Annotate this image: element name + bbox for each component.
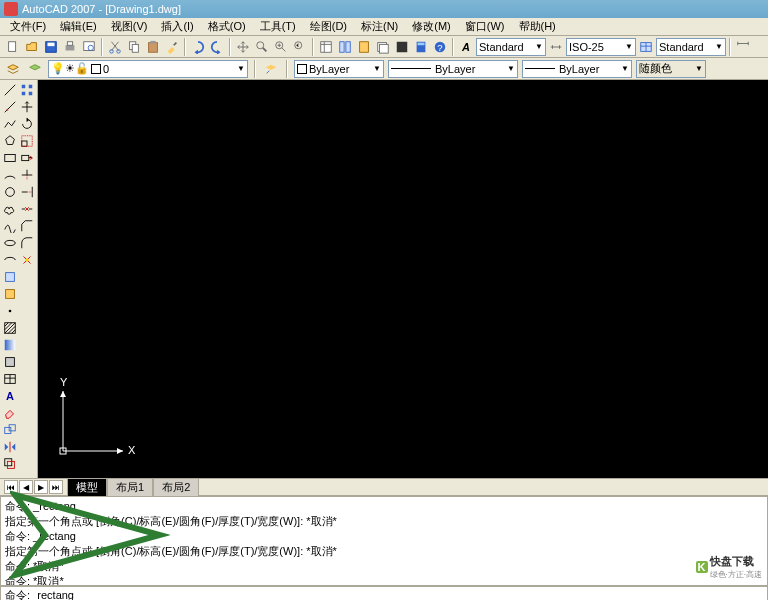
svg-text:Y: Y bbox=[60, 376, 68, 388]
copy-icon[interactable] bbox=[125, 38, 143, 56]
dimension-icon[interactable] bbox=[734, 38, 752, 56]
spline-icon[interactable] bbox=[2, 218, 18, 234]
menu-format[interactable]: 格式(O) bbox=[202, 18, 252, 35]
menu-insert[interactable]: 插入(I) bbox=[155, 18, 199, 35]
design-center-icon[interactable] bbox=[336, 38, 354, 56]
menu-draw[interactable]: 绘图(D) bbox=[304, 18, 353, 35]
menu-tools[interactable]: 工具(T) bbox=[254, 18, 302, 35]
paste-icon[interactable] bbox=[144, 38, 162, 56]
table-style-dropdown[interactable]: Standard▼ bbox=[656, 38, 726, 56]
layer-states-icon[interactable] bbox=[26, 60, 44, 78]
lineweight-dropdown[interactable]: ByLayer▼ bbox=[522, 60, 632, 78]
match-properties-icon[interactable] bbox=[163, 38, 181, 56]
ellipse-icon[interactable] bbox=[2, 235, 18, 251]
dim-style-dropdown[interactable]: ISO-25▼ bbox=[566, 38, 636, 56]
plotstyle-dropdown[interactable]: 随颜色▼ bbox=[636, 60, 706, 78]
cut-icon[interactable] bbox=[106, 38, 124, 56]
command-input[interactable]: 命令: rectang bbox=[0, 586, 768, 600]
tab-layout2[interactable]: 布局2 bbox=[153, 478, 199, 496]
gradient-icon[interactable] bbox=[2, 337, 18, 353]
menu-modify[interactable]: 修改(M) bbox=[406, 18, 457, 35]
tab-first-icon[interactable]: ⏮ bbox=[4, 480, 18, 494]
insert-block-icon[interactable] bbox=[2, 269, 18, 285]
window-title: AutoCAD 2007 - [Drawing1.dwg] bbox=[22, 3, 181, 15]
hatch-icon[interactable] bbox=[2, 320, 18, 336]
table-style-icon[interactable] bbox=[637, 38, 655, 56]
menu-edit[interactable]: 编辑(E) bbox=[54, 18, 103, 35]
svg-rect-45 bbox=[22, 92, 26, 96]
array-icon[interactable] bbox=[19, 82, 35, 98]
zoom-window-icon[interactable] bbox=[272, 38, 290, 56]
menu-view[interactable]: 视图(V) bbox=[105, 18, 154, 35]
print-icon[interactable] bbox=[61, 38, 79, 56]
layer-dropdown[interactable]: 💡 ☀ 🔓 0▼ bbox=[48, 60, 248, 78]
svg-rect-19 bbox=[360, 41, 369, 52]
layer-properties-icon[interactable] bbox=[4, 60, 22, 78]
text-style-icon[interactable]: A bbox=[457, 38, 475, 56]
stretch-icon[interactable] bbox=[19, 150, 35, 166]
move-icon[interactable] bbox=[19, 99, 35, 115]
line-icon[interactable] bbox=[2, 82, 18, 98]
dim-style-icon[interactable] bbox=[547, 38, 565, 56]
extend-icon[interactable] bbox=[19, 184, 35, 200]
drawing-viewport[interactable]: X Y bbox=[38, 80, 768, 478]
tab-next-icon[interactable]: ▶ bbox=[34, 480, 48, 494]
plot-preview-icon[interactable] bbox=[80, 38, 98, 56]
menu-file[interactable]: 文件(F) bbox=[4, 18, 52, 35]
new-icon[interactable] bbox=[4, 38, 22, 56]
command-history[interactable]: 命令: _rectang 指定第一个角点或 [倒角(C)/标高(E)/圆角(F)… bbox=[0, 496, 768, 586]
erase-icon[interactable] bbox=[2, 405, 18, 421]
circle-icon[interactable] bbox=[2, 184, 18, 200]
tab-layout1[interactable]: 布局1 bbox=[107, 478, 153, 496]
explode-icon[interactable] bbox=[19, 252, 35, 268]
sheet-set-icon[interactable] bbox=[374, 38, 392, 56]
svg-rect-4 bbox=[67, 41, 72, 45]
zoom-realtime-icon[interactable] bbox=[253, 38, 271, 56]
break-icon[interactable] bbox=[19, 201, 35, 217]
linetype-dropdown[interactable]: ByLayer▼ bbox=[388, 60, 518, 78]
xline-icon[interactable] bbox=[2, 99, 18, 115]
chamfer-icon[interactable] bbox=[19, 218, 35, 234]
region-icon[interactable] bbox=[2, 354, 18, 370]
rotate-icon[interactable] bbox=[19, 116, 35, 132]
offset-icon[interactable] bbox=[2, 456, 18, 472]
mirror-icon[interactable] bbox=[2, 439, 18, 455]
zoom-previous-icon[interactable] bbox=[291, 38, 309, 56]
polygon-icon[interactable] bbox=[2, 133, 18, 149]
calc-icon[interactable] bbox=[412, 38, 430, 56]
mtext-icon[interactable]: A bbox=[2, 388, 18, 404]
help-icon[interactable]: ? bbox=[431, 38, 449, 56]
arc-icon[interactable] bbox=[2, 167, 18, 183]
menu-help[interactable]: 帮助(H) bbox=[513, 18, 562, 35]
tool-palettes-icon[interactable] bbox=[355, 38, 373, 56]
markup-icon[interactable] bbox=[393, 38, 411, 56]
copy-obj-icon[interactable] bbox=[2, 422, 18, 438]
text-style-dropdown[interactable]: Standard▼ bbox=[476, 38, 546, 56]
open-icon[interactable] bbox=[23, 38, 41, 56]
menu-dimension[interactable]: 标注(N) bbox=[355, 18, 404, 35]
svg-rect-17 bbox=[340, 41, 344, 52]
tab-last-icon[interactable]: ⏭ bbox=[49, 480, 63, 494]
scale-icon[interactable] bbox=[19, 133, 35, 149]
tab-prev-icon[interactable]: ◀ bbox=[19, 480, 33, 494]
properties-icon[interactable] bbox=[317, 38, 335, 56]
menu-window[interactable]: 窗口(W) bbox=[459, 18, 511, 35]
trim-icon[interactable] bbox=[19, 167, 35, 183]
redo-icon[interactable] bbox=[208, 38, 226, 56]
make-block-icon[interactable] bbox=[2, 286, 18, 302]
watermark: K 快盘下载 绿色·方正·高速 bbox=[696, 554, 762, 580]
tab-model[interactable]: 模型 bbox=[67, 478, 107, 496]
point-icon[interactable] bbox=[2, 303, 18, 319]
layer-previous-icon[interactable] bbox=[262, 60, 280, 78]
fillet-icon[interactable] bbox=[19, 235, 35, 251]
table-icon[interactable] bbox=[2, 371, 18, 387]
undo-icon[interactable] bbox=[189, 38, 207, 56]
rectangle-icon[interactable] bbox=[2, 150, 18, 166]
revcloud-icon[interactable] bbox=[2, 201, 18, 217]
svg-rect-11 bbox=[149, 42, 158, 52]
pan-icon[interactable] bbox=[234, 38, 252, 56]
ellipse-arc-icon[interactable] bbox=[2, 252, 18, 268]
color-dropdown[interactable]: ByLayer▼ bbox=[294, 60, 384, 78]
polyline-icon[interactable] bbox=[2, 116, 18, 132]
save-icon[interactable] bbox=[42, 38, 60, 56]
